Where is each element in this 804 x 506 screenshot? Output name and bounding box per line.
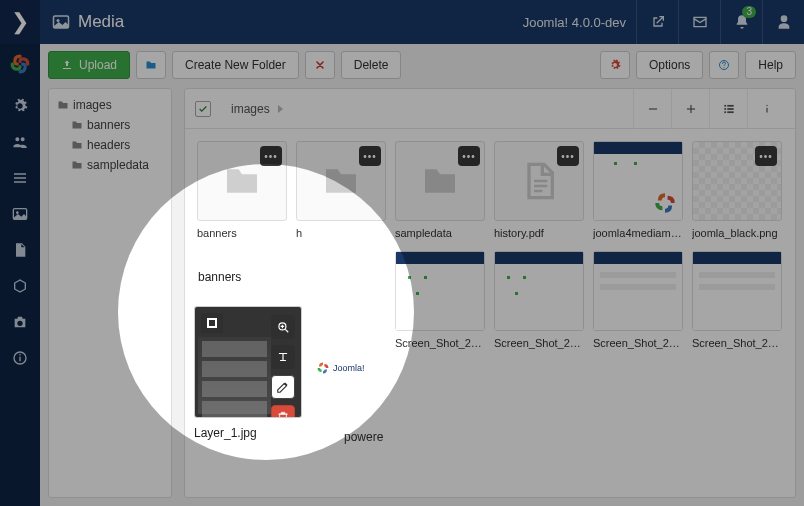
focused-image-preview (198, 337, 271, 414)
grid-tile-file[interactable]: history.pdf (494, 141, 584, 239)
tile-label: joomla_black.png (692, 227, 782, 239)
preview-button[interactable] (271, 315, 295, 339)
delete-file-button[interactable] (271, 405, 295, 418)
rail-item-users[interactable] (0, 124, 40, 160)
breadcrumb[interactable]: images (221, 96, 293, 122)
list-view-button[interactable] (709, 89, 747, 129)
grid-tile-image[interactable]: Screen_Shot_20... (692, 251, 782, 349)
rail-item-settings[interactable] (0, 88, 40, 124)
svg-point-1 (57, 19, 60, 22)
tile-label: Screen_Shot_20... (395, 337, 485, 349)
svg-point-8 (724, 67, 725, 68)
info-button[interactable] (747, 89, 785, 129)
thumbnail-image (594, 252, 682, 330)
focused-thumb (194, 306, 302, 418)
media-icon (52, 13, 70, 31)
svg-point-3 (16, 211, 19, 214)
tree-root-label: images (73, 98, 112, 112)
create-folder-button[interactable]: Create New Folder (172, 51, 299, 79)
tile-menu-button[interactable] (458, 146, 480, 166)
tile-menu-button[interactable] (359, 146, 381, 166)
tree-child-label: headers (87, 138, 130, 152)
zoom-in-button[interactable] (671, 89, 709, 129)
rail-item-content[interactable] (0, 232, 40, 268)
page-title: Media (40, 12, 136, 32)
rail-item-media[interactable] (0, 196, 40, 232)
options-button[interactable]: Options (636, 51, 703, 79)
thumbnail-image (594, 142, 682, 220)
svg-rect-18 (766, 107, 767, 112)
tile-label: banners (197, 227, 287, 239)
zoom-out-button[interactable] (633, 89, 671, 129)
select-all-checkbox[interactable] (195, 101, 211, 117)
svg-rect-12 (724, 104, 726, 106)
rail-item-info[interactable] (0, 340, 40, 376)
focused-tile[interactable]: Layer_1.jpg (194, 306, 302, 440)
options-icon-button[interactable] (600, 51, 630, 79)
version-text: Joomla! 4.0.0-dev (523, 15, 636, 30)
create-folder-label: Create New Folder (185, 58, 286, 72)
rail-item-extensions[interactable] (0, 304, 40, 340)
grid-tile-image[interactable]: joomla_black.png (692, 141, 782, 239)
thumbnail-image (693, 252, 781, 330)
tree-child[interactable]: sampledata (67, 155, 167, 175)
notification-badge: 3 (742, 6, 756, 18)
folder-icon (222, 161, 262, 201)
svg-rect-5 (19, 357, 20, 362)
grid-tile-image[interactable]: Screen_Shot_20... (593, 251, 683, 349)
help-button[interactable]: Help (745, 51, 796, 79)
tree-root[interactable]: images (53, 95, 167, 115)
grid-tile-image[interactable]: joomla4mediama... (593, 141, 683, 239)
options-label: Options (649, 58, 690, 72)
tile-label: Screen_Shot_20... (494, 337, 584, 349)
tile-menu-button[interactable] (557, 146, 579, 166)
tree-child[interactable]: headers (67, 135, 167, 155)
delete-icon-button[interactable] (305, 51, 335, 79)
rail-item-menus[interactable] (0, 160, 40, 196)
main: Upload Create New Folder Delete Options … (40, 44, 804, 506)
grid-tile-folder[interactable]: banners (197, 141, 287, 239)
focused-filename: Layer_1.jpg (194, 426, 302, 440)
select-checkbox[interactable] (201, 313, 223, 333)
tile-label: Screen_Shot_20... (593, 337, 683, 349)
delete-button[interactable]: Delete (341, 51, 402, 79)
grid-tile-image[interactable]: Screen_Shot_20... (395, 251, 485, 349)
rail-item-components[interactable] (0, 268, 40, 304)
grid-tile-folder[interactable]: h (296, 141, 386, 239)
rename-button[interactable] (271, 345, 295, 369)
thumbnail-image (495, 252, 583, 330)
page-title-text: Media (78, 12, 124, 32)
folder-icon (420, 161, 460, 201)
grid-tile-folder[interactable]: sampledata (395, 141, 485, 239)
folder-tree: images banners headers sampledata (48, 88, 172, 498)
tree-child-label: sampledata (87, 158, 149, 172)
joomla-mini-thumb: Joomla! (316, 354, 384, 382)
sidebar-toggle[interactable]: ❯ (0, 0, 40, 44)
help-icon-button[interactable] (709, 51, 739, 79)
create-folder-icon-button[interactable] (136, 51, 166, 79)
action-toolbar: Upload Create New Folder Delete Options … (40, 44, 804, 80)
tile-label: history.pdf (494, 227, 584, 239)
messages-button[interactable] (678, 0, 720, 44)
tree-child[interactable]: banners (67, 115, 167, 135)
svg-rect-9 (648, 108, 656, 109)
thumbnail-image (396, 252, 484, 330)
tile-label: joomla4mediama... (593, 227, 683, 239)
spotlight-folder-label: banners (198, 270, 241, 284)
svg-rect-13 (727, 104, 733, 106)
folder-icon (321, 161, 361, 201)
svg-rect-6 (19, 354, 20, 355)
tile-menu-button[interactable] (755, 146, 777, 166)
svg-rect-17 (727, 111, 733, 113)
svg-rect-15 (727, 108, 733, 110)
upload-button[interactable]: Upload (48, 51, 130, 79)
tile-label: Screen_Shot_20... (692, 337, 782, 349)
external-link-button[interactable] (636, 0, 678, 44)
user-menu-button[interactable] (762, 0, 804, 44)
grid-tile-image[interactable]: Screen_Shot_20... (494, 251, 584, 349)
joomla-logo[interactable] (6, 50, 34, 78)
tile-menu-button[interactable] (260, 146, 282, 166)
notifications-button[interactable]: 3 (720, 0, 762, 44)
tree-child-label: banners (87, 118, 130, 132)
edit-button[interactable] (271, 375, 295, 399)
